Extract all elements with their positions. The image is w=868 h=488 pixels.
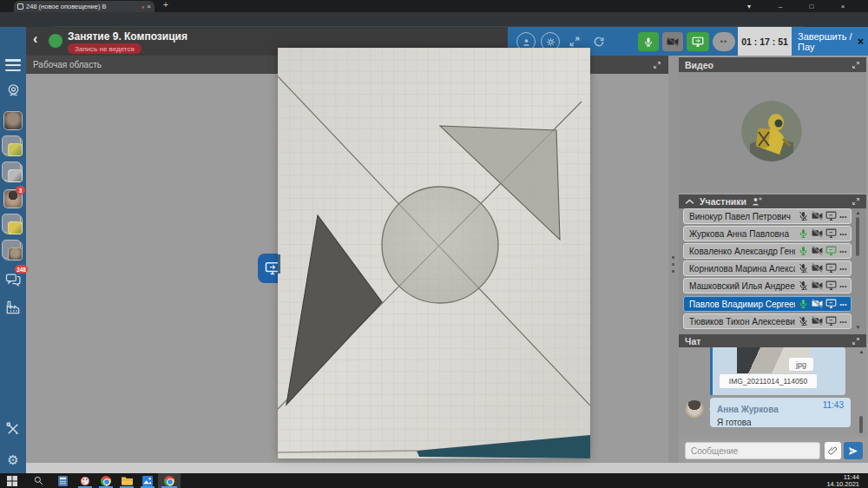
screen-share-icon[interactable]	[825, 316, 837, 326]
more-options-icon[interactable]: •••	[839, 319, 847, 325]
windows-taskbar: 11:44 14.10.2021	[0, 473, 868, 488]
shared-drawing-photo[interactable]	[278, 48, 590, 458]
chat-scrollbar-thumb[interactable]	[859, 416, 863, 433]
chat-image-message[interactable]: jpg IMG_20211014_114050	[710, 347, 845, 395]
camera-off-icon[interactable]	[812, 211, 823, 221]
chat-message-input[interactable]	[685, 442, 820, 459]
camera-off-button[interactable]	[662, 32, 683, 51]
camera-off-icon[interactable]	[812, 263, 823, 274]
video-expand-icon[interactable]	[852, 61, 860, 69]
participants-scroll-down-icon[interactable]: ▼	[855, 325, 861, 330]
mic-on-icon[interactable]	[798, 246, 809, 256]
camera-off-icon[interactable]	[812, 316, 823, 326]
participant-row[interactable]: Коваленко Александр Генна... •••	[683, 243, 852, 259]
screen-share-icon[interactable]	[825, 263, 837, 274]
speaker-avatar[interactable]	[741, 101, 802, 162]
chat-message-text: Я готова	[717, 418, 844, 427]
mic-on-icon[interactable]	[798, 299, 809, 309]
chat-text-message[interactable]: Анна Журкова 11:43 Я готова	[710, 398, 851, 427]
screen-share-button[interactable]	[687, 32, 709, 51]
session-timer: 01 : 17 : 51	[738, 27, 792, 56]
chat-expand-icon[interactable]	[852, 337, 860, 346]
screen-share-icon[interactable]	[825, 228, 837, 239]
taskbar-chrome-active-icon[interactable]	[158, 473, 181, 488]
screen-share-icon[interactable]	[825, 211, 837, 221]
microphone-button[interactable]	[638, 32, 659, 51]
factory-icon[interactable]	[3, 298, 23, 317]
end-session-label: Завершить / Пау	[798, 31, 854, 52]
divider-drag-handle[interactable]	[672, 256, 674, 273]
more-options-icon[interactable]: •••	[839, 231, 847, 237]
participant-row[interactable]: Журкова Анна Павловна •••	[683, 226, 852, 241]
mic-muted-icon[interactable]	[798, 211, 809, 221]
more-controls-button[interactable]: ••	[713, 32, 735, 51]
more-options-icon[interactable]: •••	[839, 214, 847, 220]
mic-muted-icon[interactable]	[798, 316, 809, 326]
participant-row[interactable]: Винокур Павел Петрович •••	[683, 208, 852, 224]
tab-close-icon[interactable]: ×	[147, 3, 151, 10]
browser-tab[interactable]: 248 (новое оповещение) В ● ×	[14, 1, 155, 12]
send-message-button[interactable]	[844, 442, 863, 459]
participant-row[interactable]: Корнилова Марина Алексан... •••	[683, 260, 852, 276]
mic-on-icon[interactable]	[798, 228, 809, 239]
taskbar-explorer-icon[interactable]	[116, 473, 137, 488]
participants-scroll-up-icon[interactable]: ▲	[855, 210, 861, 215]
taskbar-search-icon[interactable]	[28, 473, 49, 488]
window-maximize-button[interactable]: □	[799, 0, 825, 12]
tab-search-icon[interactable]: ▾	[736, 0, 762, 12]
attach-file-button[interactable]	[825, 442, 841, 459]
more-options-icon[interactable]: •••	[839, 248, 847, 254]
collapse-chevron-icon[interactable]	[685, 198, 694, 205]
video-panel-body	[679, 72, 866, 193]
chat-bubbles-icon[interactable]: 248	[3, 270, 23, 289]
camera-off-icon[interactable]	[812, 280, 823, 291]
reload-icon[interactable]	[589, 32, 608, 51]
participant-row[interactable]: Тювиков Тихон Алексеевич •••	[683, 313, 852, 329]
camera-off-icon[interactable]	[812, 299, 823, 309]
taskbar-photos-icon[interactable]	[137, 473, 158, 488]
more-options-icon[interactable]: •••	[839, 283, 847, 289]
start-button[interactable]	[2, 473, 23, 488]
sidebar-avatar-2[interactable]	[3, 137, 23, 156]
more-options-icon[interactable]: •••	[839, 266, 847, 272]
window-close-button[interactable]: ×	[830, 0, 856, 12]
end-close-icon[interactable]: ×	[858, 36, 868, 48]
participants-scrollbar-thumb[interactable]	[856, 217, 859, 256]
mic-muted-icon[interactable]	[798, 280, 809, 291]
add-participant-icon[interactable]	[752, 197, 762, 206]
settings-gear-icon[interactable]: ⚙	[3, 451, 23, 470]
taskbar-calculator-icon[interactable]	[52, 473, 73, 488]
screen-share-icon[interactable]	[825, 280, 837, 291]
tab-favicon-icon	[17, 3, 23, 10]
new-tab-button[interactable]: +	[163, 0, 168, 10]
more-options-icon[interactable]: •••	[839, 301, 847, 307]
taskbar-clock[interactable]: 11:44 14.10.2021	[826, 474, 859, 488]
sidebar-avatar-3[interactable]	[3, 163, 23, 182]
chat-scroll-up-icon[interactable]: ▲	[858, 349, 865, 354]
live-status-dot	[49, 34, 62, 48]
back-chevron-icon[interactable]: ‹	[33, 31, 37, 47]
sidebar-avatar-6[interactable]	[3, 241, 23, 260]
participants-expand-icon[interactable]	[852, 197, 860, 206]
sidebar-avatar-5[interactable]	[3, 215, 23, 234]
screen-share-on-icon[interactable]	[825, 246, 837, 256]
workspace-expand-icon[interactable]	[653, 61, 661, 69]
chat-message-avatar[interactable]	[685, 400, 704, 419]
participant-row[interactable]: Машковский Илья Андреевич •••	[683, 278, 852, 293]
end-session-button[interactable]: Завершить / Пау ×	[792, 27, 868, 56]
screen-share-icon[interactable]	[825, 299, 837, 309]
avatar-badge: 3	[16, 186, 25, 195]
chat-panel-header: Чат	[679, 334, 866, 347]
sidebar-avatar-1[interactable]	[3, 111, 23, 130]
camera-off-icon[interactable]	[812, 228, 823, 239]
taskbar-chrome-icon[interactable]	[95, 473, 116, 488]
taskbar-paint-icon[interactable]	[75, 473, 95, 488]
sidebar-avatar-4[interactable]: 3	[3, 189, 23, 208]
tools-icon[interactable]	[3, 419, 23, 439]
mic-muted-icon[interactable]	[798, 263, 809, 274]
hamburger-menu-icon[interactable]	[5, 59, 21, 71]
camera-off-icon[interactable]	[812, 246, 823, 256]
participant-row-selected[interactable]: Павлов Владимир Сергеевич •••	[683, 296, 852, 312]
window-minimize-button[interactable]: –	[767, 0, 793, 12]
webcam-icon[interactable]	[3, 81, 23, 100]
